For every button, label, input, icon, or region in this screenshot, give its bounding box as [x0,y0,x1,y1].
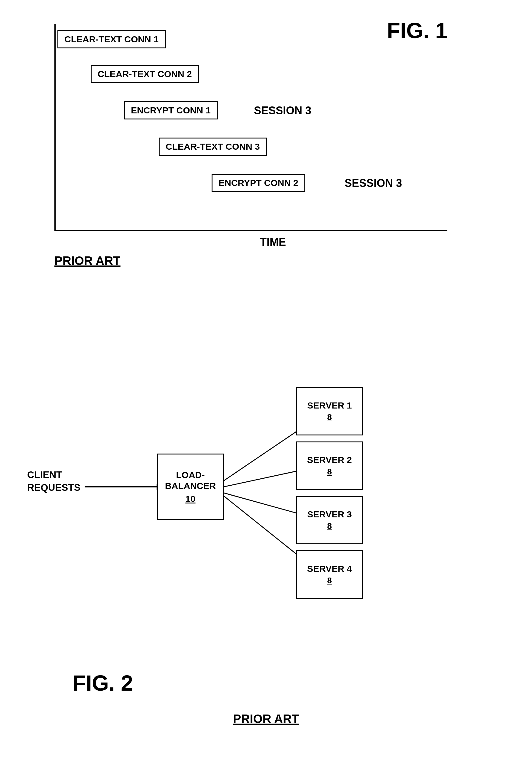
load-balancer-text: LOAD-BALANCER [165,470,216,492]
session-label-2: SESSION 3 [345,177,402,190]
fig2-title: FIG. 2 [73,671,133,696]
server2-number: 8 [327,467,332,477]
load-balancer-box: LOAD-BALANCER 10 [157,454,224,520]
fig1-y-axis [54,24,56,230]
server-box-1: SERVER 1 8 [296,387,363,435]
server-box-3: SERVER 3 8 [296,496,363,544]
fig1-x-axis [54,230,447,231]
fig1-time-label: TIME [260,236,286,249]
server3-number: 8 [327,521,332,531]
fig2-prior-art: PRIOR ART [233,712,299,726]
conn-box-2: CLEAR-TEXT CONN 2 [91,65,199,83]
conn-box-1: CLEAR-TEXT CONN 1 [57,30,166,48]
server4-number: 8 [327,576,332,585]
conn-box-3: ENCRYPT CONN 1 [124,101,218,119]
server4-label: SERVER 4 [307,564,352,574]
server2-label: SERVER 2 [307,455,352,465]
fig1-title: FIG. 1 [387,18,447,43]
fig1-prior-art: PRIOR ART [54,254,121,267]
load-balancer-number: 10 [185,494,195,504]
client-requests-label: CLIENTREQUESTS [27,469,80,494]
server1-label: SERVER 1 [307,400,352,411]
fig2-diagram: CLIENTREQUESTS LOAD-BALANCER 10 SERVER 1… [24,339,508,732]
server-box-4: SERVER 4 8 [296,550,363,599]
fig1-diagram: FIG. 1 TIME CLEAR-TEXT CONN 1 CLEAR-TEXT… [24,12,508,284]
server3-label: SERVER 3 [307,509,352,519]
conn-box-4: CLEAR-TEXT CONN 3 [159,138,267,156]
conn-box-5: ENCRYPT CONN 2 [212,174,305,192]
session-label-1: SESSION 3 [254,104,311,117]
server-box-2: SERVER 2 8 [296,441,363,490]
server1-number: 8 [327,413,332,422]
